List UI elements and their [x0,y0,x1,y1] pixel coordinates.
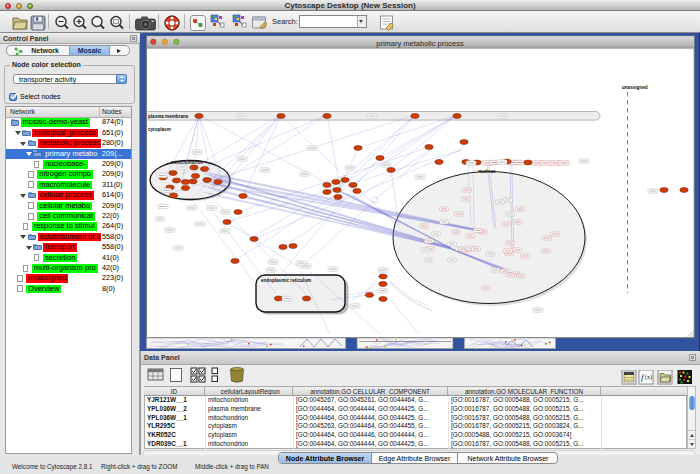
svg-text:cytoplasm: cytoplasm [148,127,171,132]
svg-text:endoplasmic reticulum: endoplasmic reticulum [261,278,311,283]
svg-text:nucleus: nucleus [478,169,496,174]
svg-text:(x): (x) [645,374,652,381]
svg-text:primary metabolic process: primary metabolic process [376,39,464,48]
svg-text:unassigned: unassigned [622,85,648,90]
svg-text:plasma membrane: plasma membrane [148,114,189,119]
